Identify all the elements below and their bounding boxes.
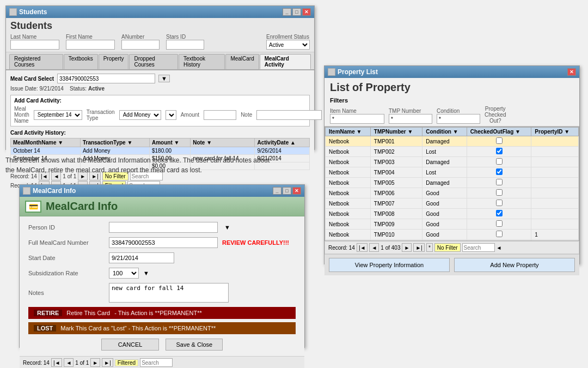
cell-item-name: Netbook bbox=[326, 188, 371, 198]
maximize-button[interactable]: □ bbox=[292, 8, 301, 16]
meal-card-dropdown-btn[interactable]: ▼ bbox=[158, 75, 170, 82]
table-row[interactable]: Netbook TMP005 Damaged bbox=[326, 178, 579, 188]
prop-nav-prev[interactable]: ◄ bbox=[369, 243, 379, 252]
table-row[interactable]: Netbook TMP007 Good bbox=[326, 198, 579, 209]
full-number-input[interactable] bbox=[109, 237, 218, 248]
col-activity-date[interactable]: ActivityDate ▲ bbox=[255, 138, 310, 147]
col-property-id[interactable]: PropertyID ▼ bbox=[531, 128, 579, 136]
mc-maximize-button[interactable]: □ bbox=[283, 187, 291, 195]
prop-nav-record-label: Record: 14 bbox=[328, 245, 355, 251]
start-date-input[interactable] bbox=[109, 252, 174, 263]
prop-nav-first[interactable]: |◄ bbox=[357, 243, 368, 252]
tab-textbooks[interactable]: Textbooks bbox=[64, 54, 98, 69]
table-row[interactable]: Netbook TMP009 Good bbox=[326, 219, 579, 230]
prop-nav-new[interactable]: * bbox=[426, 243, 433, 252]
last-name-input[interactable] bbox=[10, 40, 59, 50]
table-row[interactable]: Netbook TMP010 Good 1 bbox=[326, 230, 579, 240]
item-name-filter-input[interactable] bbox=[330, 114, 384, 124]
col-condition[interactable]: Condition ▼ bbox=[422, 128, 467, 136]
lost-button[interactable]: LOST Mark This Card as "Lost" - This Act… bbox=[28, 322, 296, 334]
students-window: Students _ □ ✕ Students Last Name First … bbox=[5, 5, 315, 150]
cell-amount: $180.00 bbox=[149, 147, 190, 155]
checked-out-checkbox[interactable] bbox=[496, 189, 503, 196]
person-id-dropdown[interactable]: ▼ bbox=[224, 224, 230, 231]
students-header: Students Last Name First Name ANumber St… bbox=[6, 18, 314, 52]
cell-item-name: Netbook bbox=[326, 230, 371, 240]
table-row[interactable]: Netbook TMP002 Lost bbox=[326, 147, 579, 157]
mc-search-input[interactable] bbox=[140, 358, 173, 367]
minimize-button[interactable]: _ bbox=[283, 8, 291, 16]
subsidization-select[interactable]: 100 bbox=[109, 268, 139, 279]
checked-out-checkbox[interactable] bbox=[496, 220, 503, 227]
person-id-input[interactable] bbox=[109, 222, 218, 233]
tab-property[interactable]: Property bbox=[99, 54, 129, 69]
transaction-type-label: Transaction Type bbox=[87, 109, 115, 121]
meal-card-select-input[interactable] bbox=[57, 74, 155, 83]
mc-nav-prev[interactable]: ◄ bbox=[64, 358, 74, 367]
tab-mealcard[interactable]: MealCard bbox=[225, 54, 259, 69]
last-name-label: Last Name bbox=[10, 34, 59, 40]
close-button[interactable]: ✕ bbox=[302, 8, 311, 16]
person-id-label: Person ID bbox=[28, 224, 105, 231]
table-row[interactable]: Netbook TMP003 Damaged bbox=[326, 157, 579, 167]
checked-out-checkbox[interactable] bbox=[496, 158, 503, 165]
col-amount[interactable]: Amount ▼ bbox=[149, 138, 190, 147]
prop-search-input[interactable] bbox=[462, 243, 495, 252]
col-tmp-number[interactable]: TMPNumber ▼ bbox=[370, 128, 422, 136]
stars-id-input[interactable] bbox=[166, 40, 204, 50]
col-transaction-type[interactable]: TransactionType ▼ bbox=[80, 138, 149, 147]
tab-dropped-courses[interactable]: Dropped Courses bbox=[129, 54, 178, 69]
tab-mealcard-activity[interactable]: MealCard Activity bbox=[260, 54, 311, 69]
meal-month-select[interactable]: September 14 bbox=[34, 110, 82, 120]
transaction-type-select[interactable]: Add Money bbox=[119, 110, 161, 120]
filters-label: Filters bbox=[330, 97, 574, 104]
mc-nav-info: 1 of 1 bbox=[75, 360, 89, 366]
checked-out-checkbox[interactable] bbox=[496, 137, 503, 144]
col-item-name[interactable]: ItemName ▼ bbox=[326, 128, 371, 136]
transaction-type-select2[interactable]: ▼ bbox=[166, 110, 176, 120]
property-footer: View Property Information Add New Proper… bbox=[324, 254, 579, 275]
amount-input[interactable] bbox=[204, 110, 236, 120]
table-row[interactable]: Netbook TMP008 Good bbox=[326, 209, 579, 219]
checked-out-checkbox[interactable] bbox=[496, 179, 503, 185]
tab-textbook-history[interactable]: Textbook History bbox=[179, 54, 225, 69]
first-name-input[interactable] bbox=[66, 40, 115, 50]
tab-registered-courses[interactable]: Registered Courses bbox=[9, 54, 63, 69]
tmp-number-filter-input[interactable] bbox=[389, 114, 432, 124]
prop-nav-last[interactable]: ►| bbox=[413, 243, 425, 252]
enrollment-select[interactable]: Active bbox=[266, 40, 310, 50]
property-close-button[interactable]: ✕ bbox=[567, 68, 576, 76]
prop-filter-button[interactable]: No Filter bbox=[434, 243, 461, 252]
mc-close-button[interactable]: ✕ bbox=[292, 187, 301, 195]
col-note[interactable]: Note ▼ bbox=[191, 138, 255, 147]
mc-nav-last[interactable]: ►| bbox=[102, 358, 113, 367]
col-meal-month[interactable]: MealMonthName ▼ bbox=[11, 138, 81, 147]
mc-nav-next[interactable]: ► bbox=[90, 358, 100, 367]
note-input[interactable] bbox=[256, 110, 322, 120]
table-row[interactable]: Netbook TMP004 Lost bbox=[326, 167, 579, 178]
prop-nav-next[interactable]: ► bbox=[402, 243, 412, 252]
table-row[interactable]: Netbook TMP001 Damaged bbox=[326, 136, 579, 147]
start-date-label: Start Date bbox=[28, 255, 105, 261]
condition-filter-input[interactable] bbox=[437, 114, 480, 124]
checked-out-checkbox[interactable] bbox=[496, 148, 503, 154]
anumber-input[interactable] bbox=[121, 40, 160, 50]
notes-textarea[interactable]: new card for fall 14 bbox=[109, 283, 229, 303]
cancel-button[interactable]: CANCEL bbox=[101, 339, 160, 351]
mc-minimize-button[interactable]: _ bbox=[273, 187, 281, 195]
col-checked-out[interactable]: CheckedOutFlag ▼ bbox=[467, 128, 531, 136]
checked-out-checkbox[interactable] bbox=[496, 231, 503, 237]
cell-property-id bbox=[531, 188, 579, 198]
add-new-property-button[interactable]: Add New Property bbox=[454, 258, 575, 272]
view-property-button[interactable]: View Property Information bbox=[329, 258, 450, 272]
retire-button[interactable]: RETIRE Retire This Card - This Action is… bbox=[28, 307, 296, 319]
table-row[interactable]: October 14 Add Money $180.00 9/26/2014 bbox=[11, 147, 310, 155]
save-close-button[interactable]: Save & Close bbox=[166, 339, 223, 351]
table-row[interactable]: Netbook TMP006 Good bbox=[326, 188, 579, 198]
status-value: Active bbox=[88, 86, 105, 92]
mc-nav-first[interactable]: |◄ bbox=[51, 358, 63, 367]
checked-out-checkbox[interactable] bbox=[496, 210, 503, 216]
checked-out-checkbox[interactable] bbox=[496, 168, 503, 175]
checked-out-checkbox[interactable] bbox=[496, 200, 503, 206]
first-name-group: First Name bbox=[66, 34, 115, 50]
